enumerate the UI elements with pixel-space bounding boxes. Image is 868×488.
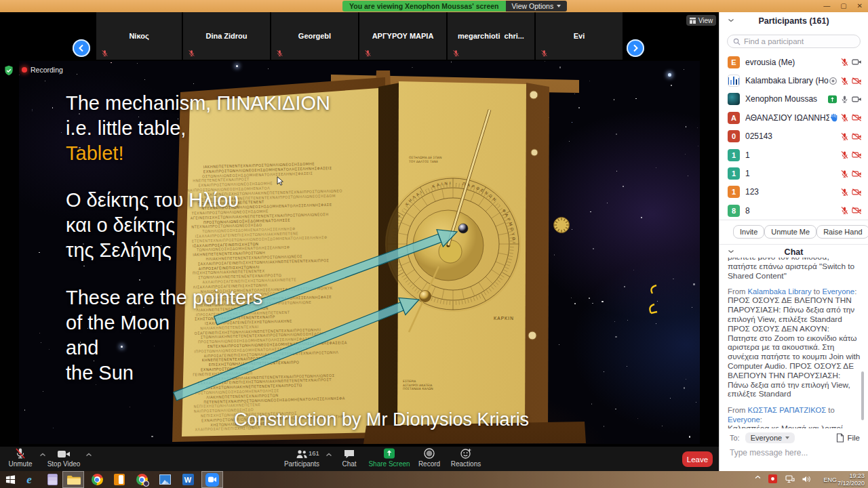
chrome-icon[interactable]	[87, 472, 107, 487]
file-button[interactable]: File	[836, 433, 860, 443]
camera-icon	[45, 447, 83, 460]
zoom-app-icon[interactable]	[202, 472, 222, 487]
recipient-dropdown[interactable]: Everyone	[745, 432, 795, 443]
stop-video-button[interactable]: Stop Video	[45, 447, 83, 468]
mic-off-icon	[840, 188, 849, 197]
view-button[interactable]: View	[686, 15, 716, 26]
chevron-down-icon	[785, 436, 789, 439]
participant-name: 1	[745, 169, 840, 178]
participant-row[interactable]: Xenophon Moussas	[719, 90, 868, 108]
video-tile[interactable]: Dina Zidrou	[183, 12, 271, 60]
chat-sender[interactable]: Kalambaka Library	[748, 287, 812, 296]
avatar	[728, 75, 740, 87]
video-tile[interactable]: megarchioti chri...	[448, 12, 536, 60]
language-indicator[interactable]: ENG	[823, 476, 837, 483]
chat-messages[interactable]: βλέπετε μόνο τον κο Μουσά, πατήστε επάνω…	[728, 258, 861, 428]
clock[interactable]: 19:23 7/12/2020	[837, 472, 865, 487]
slide-greek-text: Ο δείκτης του Ηλίουκαι ο δείκτηςτης Σελή…	[66, 188, 239, 263]
participant-row[interactable]: 1123	[719, 183, 868, 201]
minimize-button[interactable]: —	[823, 1, 830, 10]
participant-video-tiles: Νίκος Dina Zidrou Georgebl ΑΡΓΥΡΟΥ ΜΑΡΙΑ…	[95, 12, 624, 60]
unmute-label: Unmute	[4, 460, 37, 468]
avatar: 1	[728, 186, 740, 198]
sticky-notes-icon[interactable]	[42, 472, 62, 487]
participant-search[interactable]	[727, 35, 861, 48]
share-screen-button[interactable]: Share Screen	[368, 447, 411, 468]
video-tile-name: Evi	[574, 32, 585, 40]
search-icon	[733, 38, 741, 45]
recording-indicator: Recording	[22, 66, 63, 74]
chrome-profile-icon[interactable]	[132, 472, 152, 487]
video-tile[interactable]: Evi	[536, 12, 624, 60]
leave-button[interactable]: Leave	[682, 451, 713, 467]
chat-message-input[interactable]	[730, 448, 859, 458]
tray-date: 7/12/2020	[837, 480, 865, 487]
title-bar: You are viewing Xenophon Moussas' screen…	[0, 0, 868, 12]
participant-row[interactable]: 11	[719, 164, 868, 182]
shared-screen-area: ΙΑΚΗΝΕΠΕΤΕΝΕΝΤΕΧΝΑΙΠΡΟΣΤΩΝΗΛΙΩΝΕΟΣΗΣΔΟΜΗ…	[0, 60, 719, 446]
unmute-button[interactable]: Unmute	[4, 447, 37, 468]
video-tile[interactable]: Νίκος	[95, 12, 183, 60]
reactions-button[interactable]: Reactions	[448, 447, 484, 468]
photos-app-icon[interactable]	[155, 472, 175, 487]
office-app-icon[interactable]	[109, 472, 130, 487]
previous-participants-button[interactable]	[73, 39, 90, 57]
participant-name: Kalambaka Library (Host)	[745, 76, 829, 85]
to-label: To:	[730, 434, 740, 442]
sidebar-panel: Participants (161) Eevrousia (Me)Kalamba…	[719, 12, 868, 471]
chat-sender[interactable]: ΚΩΣΤΑΣ ΡΑΠΑΤΖΙΚΟΣ	[748, 406, 827, 414]
speaker-icon[interactable]	[802, 475, 811, 483]
banner-text: You are viewing Xenophon Moussas' screen	[342, 1, 506, 12]
start-button[interactable]	[0, 472, 20, 487]
cam-off-icon	[852, 169, 862, 178]
file-explorer-icon[interactable]	[63, 472, 83, 487]
mic-muted-icon	[4, 447, 37, 460]
chat-recipient[interactable]: Everyone	[822, 287, 854, 296]
network-icon[interactable]	[785, 475, 795, 483]
chat-message-body: Καλησπέρα κε Μουσά και λοιποί συνακροατέ…	[728, 424, 861, 428]
mic-off-icon	[840, 206, 849, 215]
word-icon[interactable]: W	[178, 472, 198, 487]
video-tile-name: ΑΡΓΥΡΟΥ ΜΑΡΙΑ	[372, 32, 434, 40]
cam-on-icon	[852, 95, 862, 104]
video-options-caret[interactable]	[85, 453, 92, 457]
participant-row[interactable]: AΑΘΑΝΑΣΙΟΥ ΙΩΑΝΝΗΣ	[719, 108, 868, 127]
next-participants-button[interactable]	[627, 39, 644, 57]
avatar: 0	[728, 130, 740, 142]
mic-on-icon	[840, 95, 849, 104]
record-button[interactable]: Record	[414, 447, 444, 468]
video-tile[interactable]: Georgebl	[271, 12, 359, 60]
chat-message: βλέπετε μόνο τον κο Μουσά, πατήστε επάνω…	[728, 258, 861, 281]
avatar	[728, 93, 740, 105]
participant-row[interactable]: Eevrousia (Me)	[719, 53, 868, 71]
participants-caret[interactable]	[326, 453, 332, 457]
search-input[interactable]	[744, 37, 846, 45]
invite-button[interactable]: Invite	[733, 225, 764, 239]
avatar: 1	[728, 149, 740, 161]
view-options-button[interactable]: View Options	[506, 1, 568, 12]
video-tile[interactable]: ΑΡΓΥΡΟΥ ΜΑΡΙΑ	[359, 12, 448, 60]
view-options-label: View Options	[512, 2, 554, 10]
participant-row[interactable]: 0025143	[719, 127, 868, 146]
chat-scrollbar[interactable]	[861, 371, 864, 420]
tray-app-icon[interactable]	[768, 474, 777, 483]
presentation-slide: ΙΑΚΗΝΕΠΕΤΕΝΕΝΤΕΧΝΑΙΠΡΟΣΤΩΝΗΛΙΩΝΕΟΣΗΣΔΟΜΗ…	[19, 61, 700, 444]
chevron-down-icon	[557, 5, 561, 7]
video-tile-name: Νίκος	[129, 32, 149, 40]
internet-explorer-icon[interactable]: e	[19, 472, 39, 487]
file-label: File	[847, 434, 860, 442]
close-button[interactable]: ✕	[857, 1, 863, 10]
participant-row[interactable]: Kalambaka Library (Host)	[719, 71, 868, 89]
unmute-me-button[interactable]: Unmute Me	[764, 225, 816, 239]
chat-message-body: ΠΡΟΣ ΟΣΟΥΣ ΔΕ ΒΛΕΠΟΥΝ ΤΗΝ ΠΑΡΟΥΣΙΑΣΗ: Πά…	[728, 296, 861, 399]
hand-icon	[829, 113, 837, 122]
raise-hand-button[interactable]: Raise Hand	[816, 225, 868, 239]
participant-row[interactable]: 88	[719, 201, 868, 220]
participant-name: Xenophon Moussas	[745, 94, 827, 104]
meeting-toolbar: Unmute Stop Video Participants 161 Chat …	[0, 446, 719, 471]
participant-row[interactable]: 11	[719, 146, 868, 164]
chat-recipient[interactable]: Everyone	[728, 415, 760, 424]
maximize-button[interactable]: ▢	[840, 1, 846, 10]
chat-button[interactable]: Chat	[334, 447, 364, 468]
hidden-icons-caret[interactable]	[755, 475, 761, 479]
